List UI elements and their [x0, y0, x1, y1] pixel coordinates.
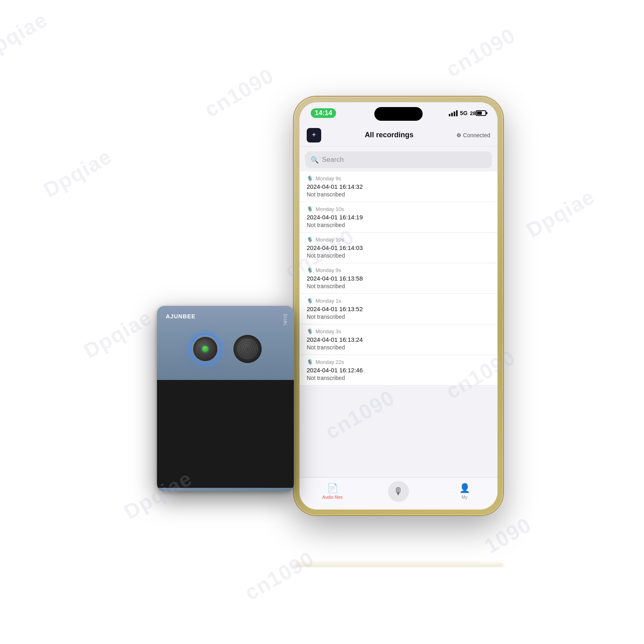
- plus-icon: +: [312, 131, 316, 139]
- battery-icon: 28: [470, 110, 486, 116]
- recording-day-time: Monday 9s: [316, 175, 341, 182]
- tab-record-center[interactable]: 🎙: [365, 481, 431, 502]
- microphone-icon: 🎙️: [307, 206, 313, 212]
- record-center-button[interactable]: 🎙: [388, 481, 409, 502]
- microphone-icon: 🎙️: [307, 298, 313, 304]
- device-controls: [165, 333, 286, 365]
- recording-date: 2024-04-01 16:12:46: [307, 367, 490, 374]
- recording-date: 2024-04-01 16:13:52: [307, 305, 490, 312]
- device-body: AJUNBEE: [157, 306, 294, 491]
- search-placeholder: Search: [322, 156, 344, 164]
- phone: 14:14 5G 28: [294, 97, 503, 515]
- connection-dot-icon: [457, 133, 461, 137]
- search-bar[interactable]: 🔍 Search: [305, 151, 492, 168]
- recording-date: 2024-04-01 16:14:03: [307, 244, 490, 251]
- recording-date: 2024-04-01 16:13:24: [307, 336, 490, 343]
- microphone-icon: 🎙️: [307, 237, 313, 243]
- recording-item[interactable]: 🎙️ Monday 9s 2024-04-01 16:13:58 Not tra…: [299, 263, 497, 294]
- audio-files-icon: 📄: [327, 483, 338, 493]
- record-button-inner: [193, 337, 217, 361]
- app-header: + All recordings Connected: [299, 124, 497, 147]
- recording-date: 2024-04-01 16:13:58: [307, 275, 490, 282]
- microphone-icon: 🎙️: [307, 267, 313, 273]
- dual-label: DUAL: [283, 314, 287, 326]
- recording-day-time: Monday 3s: [316, 328, 341, 334]
- recording-day-time: Monday 9s: [316, 267, 341, 273]
- watermark: Dpqiae: [522, 184, 599, 243]
- dynamic-island: [374, 107, 423, 121]
- recording-meta: 🎙️ Monday 10s: [307, 206, 490, 212]
- recording-item[interactable]: 🎙️ Monday 22s 2024-04-01 16:12:46 Not tr…: [299, 355, 497, 386]
- tab-my[interactable]: 👤 My: [431, 483, 497, 500]
- recording-meta: 🎙️ Monday 9s: [307, 267, 490, 273]
- recording-status: Not transcribed: [307, 314, 490, 320]
- recording-date: 2024-04-01 16:14:32: [307, 183, 490, 190]
- tab-bar: 📄 Audio files 🎙 👤 My: [299, 477, 497, 510]
- recording-day-time: Monday 1s: [316, 298, 341, 304]
- battery-body: [476, 110, 486, 116]
- recorder-device: AJUNBEE: [157, 306, 294, 491]
- microphone-icon: 🎙️: [307, 359, 313, 365]
- status-bar: 14:14 5G 28: [299, 102, 497, 124]
- microphone-icon: 🎙️: [307, 328, 313, 334]
- status-right: 5G 28: [449, 110, 486, 116]
- record-indicator: [202, 346, 208, 352]
- battery-fill: [477, 111, 482, 115]
- recording-status: Not transcribed: [307, 252, 490, 259]
- recording-status: Not transcribed: [307, 344, 490, 351]
- phone-screen: 14:14 5G 28: [299, 102, 497, 510]
- recording-date: 2024-04-01 16:14:19: [307, 214, 490, 221]
- watermark: cn1090: [442, 23, 520, 82]
- device-top: AJUNBEE: [157, 306, 294, 380]
- recording-day-time: Monday 10s: [316, 206, 344, 212]
- tab-audio-files[interactable]: 📄 Audio files: [299, 483, 365, 500]
- recording-item[interactable]: 🎙️ Monday 10s 2024-04-01 16:14:19 Not tr…: [299, 202, 497, 233]
- fingerprint-button[interactable]: [233, 335, 262, 363]
- app-title: All recordings: [321, 131, 457, 139]
- recording-day-time: Monday 22s: [316, 359, 344, 365]
- recording-meta: 🎙️ Monday 1s: [307, 298, 490, 304]
- device-bottom: [157, 380, 294, 491]
- recording-day-time: Monday 10s: [316, 237, 344, 243]
- device-bottom-strip: [157, 488, 294, 491]
- watermark: Dpqiae: [39, 144, 116, 202]
- recording-status: Not transcribed: [307, 283, 490, 289]
- recording-status: Not transcribed: [307, 191, 490, 198]
- fingerprint-lines: [236, 337, 259, 361]
- signal-bars-icon: [449, 110, 458, 116]
- status-time: 14:14: [311, 108, 336, 118]
- watermark: Dpqiae: [0, 7, 52, 66]
- my-label: My: [462, 495, 468, 500]
- battery-percent: 28: [470, 110, 476, 116]
- my-icon: 👤: [459, 483, 470, 493]
- recording-meta: 🎙️ Monday 10s: [307, 237, 490, 243]
- main-record-button[interactable]: [189, 333, 221, 365]
- connection-status: Connected: [457, 132, 490, 138]
- recording-meta: 🎙️ Monday 22s: [307, 359, 490, 365]
- recordings-list: 🎙️ Monday 9s 2024-04-01 16:14:32 Not tra…: [299, 171, 497, 418]
- recording-meta: 🎙️ Monday 9s: [307, 175, 490, 182]
- phone-reflection: [294, 560, 503, 567]
- recording-meta: 🎙️ Monday 3s: [307, 328, 490, 334]
- recording-item[interactable]: 🎙️ Monday 3s 2024-04-01 16:13:24 Not tra…: [299, 324, 497, 355]
- network-type-label: 5G: [460, 110, 468, 116]
- device-brand-label: AJUNBEE: [166, 313, 196, 320]
- add-recording-button[interactable]: +: [307, 128, 321, 142]
- search-icon: 🔍: [311, 156, 319, 164]
- recording-status: Not transcribed: [307, 375, 490, 381]
- microphone-icon: 🎙️: [307, 175, 313, 182]
- connected-label: Connected: [463, 132, 490, 138]
- recording-item[interactable]: 🎙️ Monday 9s 2024-04-01 16:14:32 Not tra…: [299, 171, 497, 202]
- recording-item[interactable]: 🎙️ Monday 10s 2024-04-01 16:14:03 Not tr…: [299, 233, 497, 263]
- mic-tab-icon: 🎙: [394, 486, 403, 497]
- recording-status: Not transcribed: [307, 222, 490, 228]
- main-scene: AJUNBEE: [141, 80, 503, 564]
- audio-files-label: Audio files: [322, 495, 343, 500]
- recording-item[interactable]: 🎙️ Monday 1s 2024-04-01 16:13:52 Not tra…: [299, 294, 497, 324]
